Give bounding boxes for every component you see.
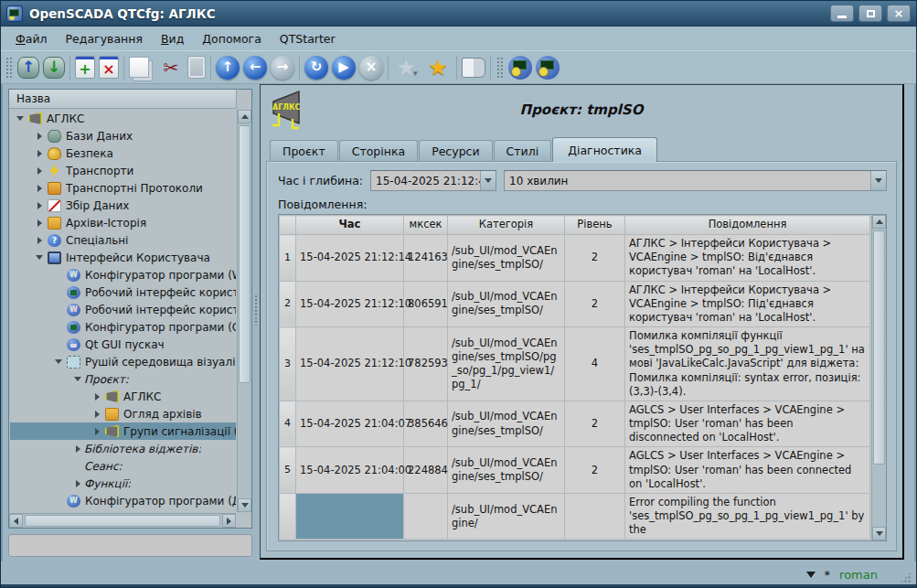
time-cell[interactable]: 15-04-2025 21:04:00 [296, 447, 404, 494]
tree-item-alarm-groups[interactable]: Групи сигналізації (ш [10, 422, 236, 440]
add-favorite-button[interactable]: ★ [424, 55, 452, 80]
category-cell[interactable]: /sub_UI/mod_VCAEngine/ [448, 493, 565, 540]
back-button[interactable]: ← [243, 56, 267, 80]
row-number-cell[interactable]: 5 [280, 447, 296, 494]
expand-expander-icon[interactable] [37, 133, 42, 140]
datetime-value[interactable]: 15-04-2025 21:12:45 [371, 175, 480, 187]
column-header-4[interactable]: Повідомлення [625, 216, 870, 235]
collapse-expander-icon[interactable] [36, 255, 43, 260]
expand-expander-icon[interactable] [37, 202, 42, 209]
expand-expander-icon[interactable] [37, 167, 42, 175]
row-number-cell[interactable]: 3 [280, 327, 296, 401]
collapse-expander-icon[interactable] [55, 359, 62, 364]
tree-group-project[interactable]: Проєкт: [10, 370, 236, 388]
row-number-cell[interactable]: 2 [280, 281, 296, 327]
depth-value[interactable]: 10 хвилин [505, 175, 870, 187]
expand-expander-icon[interactable] [76, 445, 80, 453]
msec-cell[interactable]: 806591 [404, 281, 448, 327]
tree-vertical-scrollbar[interactable] [237, 110, 251, 512]
close-button[interactable]: × [887, 5, 911, 22]
tab-page[interactable]: Сторінка [339, 140, 418, 162]
tree-item-web-configurator[interactable]: Конфігуратор програми (WEB [10, 266, 236, 283]
save-to-db-button[interactable]: ↓ [43, 57, 65, 79]
level-cell[interactable]: 2 [565, 235, 625, 282]
tab-project[interactable]: Проєкт [270, 140, 338, 162]
tree-item-security[interactable]: Безпека [10, 144, 236, 162]
level-cell[interactable]: 2 [565, 281, 625, 327]
expand-expander-icon[interactable] [95, 393, 100, 401]
message-cell[interactable]: AGLCS > User Interfaces > VCAEngine > tm… [625, 447, 870, 494]
add-item-button[interactable]: + [75, 56, 95, 79]
cut-item-button[interactable]: ✂ [158, 55, 184, 80]
msec-cell[interactable]: 782593 [404, 327, 448, 401]
current-user[interactable]: roman [839, 568, 878, 582]
column-header-1[interactable]: мксек [404, 216, 448, 235]
time-cell[interactable]: 15-04-2025 21:12:14 [296, 235, 404, 282]
tree-horizontal-scrollbar[interactable] [9, 513, 236, 528]
depth-combobox[interactable]: 10 хвилин [504, 170, 887, 191]
message-cell[interactable]: AGLCS > User Interfaces > VCAEngine > tm… [625, 401, 870, 447]
tree-group-widget-library[interactable]: Бібліотека віджетів: [10, 440, 236, 457]
category-cell[interactable]: /sub_UI/mod_VCAEngine/ses_tmplSO/ [448, 281, 565, 327]
qtstarter-vision-button[interactable] [508, 56, 532, 80]
msec-cell[interactable]: 224884 [404, 447, 448, 494]
tree-item-dynamic-configurator[interactable]: Конфігуратор програми (Дин [10, 492, 236, 509]
tree-scroll-thumb[interactable] [239, 125, 251, 383]
qtstarter-config-button[interactable] [536, 56, 560, 80]
scroll-left-button[interactable] [9, 514, 23, 528]
menu-item-0[interactable]: Файл [6, 28, 57, 49]
menu-item-1[interactable]: Редагування [57, 28, 152, 49]
table-scroll-thumb[interactable] [873, 230, 885, 465]
panel-splitter[interactable] [252, 84, 260, 561]
time-cell[interactable]: 15-04-2025 21:12:10 [296, 327, 404, 401]
expand-expander-icon[interactable] [37, 219, 42, 227]
time-cell[interactable] [296, 493, 404, 540]
expand-expander-icon[interactable] [37, 237, 42, 244]
tree-item-work-user-interface-2[interactable]: Робочий інтерфейс користув [10, 301, 236, 318]
category-cell[interactable]: /sub_UI/mod_VCAEngine/ses_tmplSO/ [448, 447, 565, 494]
level-cell[interactable]: 4 [565, 327, 625, 401]
minimize-button[interactable] [830, 5, 854, 22]
row-number-cell[interactable]: 1 [280, 235, 296, 282]
collapse-expander-icon[interactable] [74, 377, 81, 381]
tab-resources[interactable]: Ресурси [419, 140, 492, 162]
message-cell[interactable]: Error compiling the function 'ses_tmplSO… [625, 493, 870, 540]
msec-cell[interactable] [404, 493, 448, 540]
tree-header[interactable]: Назва [9, 90, 237, 109]
maximize-button[interactable] [858, 5, 882, 22]
tree-item-archives-overview[interactable]: Огляд архівів [10, 405, 236, 422]
tab-styles[interactable]: Стилі [494, 140, 552, 162]
level-cell[interactable] [565, 493, 625, 540]
expand-expander-icon[interactable] [76, 480, 80, 487]
tree-item-www-user-page[interactable]: WWW-сторінка користувача [10, 509, 236, 512]
scroll-right-button[interactable] [222, 514, 236, 528]
message-cell[interactable]: АГЛКС > Інтерфейси Користувача > VCAEngi… [625, 281, 870, 327]
column-header-0[interactable]: Час [296, 216, 404, 235]
column-header-2[interactable]: Категорія [448, 216, 565, 235]
tree-item-qt-configurator[interactable]: Конфігуратор програми (Qt) [10, 318, 236, 336]
tree-item-archives-history[interactable]: Архіви-Історія [10, 214, 236, 231]
copy-item-button[interactable] [129, 57, 149, 78]
message-cell[interactable]: АГЛКС > Інтерфейси Користувача > VCAEngi… [625, 235, 870, 282]
datetime-drop-button[interactable] [480, 171, 496, 190]
menu-item-3[interactable]: Допомога [193, 28, 271, 49]
up-button[interactable]: ↑ [216, 56, 240, 80]
depth-drop-button[interactable] [870, 171, 886, 190]
tree-item-aglks[interactable]: АГЛКС [10, 110, 236, 127]
tree-item-transport-protocols[interactable]: Транспортні Протоколи [10, 179, 236, 197]
tree-group-session[interactable]: Сеанс: [10, 457, 236, 475]
tree-item-special[interactable]: Спеціальні [10, 231, 236, 249]
table-vertical-scrollbar[interactable] [871, 215, 886, 540]
toolbar-handle[interactable] [5, 57, 13, 79]
remove-item-button[interactable]: × [99, 56, 119, 79]
time-cell[interactable]: 15-04-2025 21:04:07 [296, 401, 404, 447]
manual-button[interactable] [462, 58, 485, 78]
menu-item-2[interactable]: Вид [152, 28, 193, 49]
tree-group-functions[interactable]: Функції: [10, 475, 236, 492]
expand-expander-icon[interactable] [37, 150, 42, 157]
scroll-down-button[interactable] [872, 527, 886, 540]
tree-item-user-interfaces[interactable]: Інтерфейси Користувача [10, 249, 236, 266]
collapse-expander-icon[interactable] [16, 116, 24, 121]
start-button[interactable]: ▶ [332, 56, 356, 80]
column-header-3[interactable]: Рівень [565, 216, 625, 235]
